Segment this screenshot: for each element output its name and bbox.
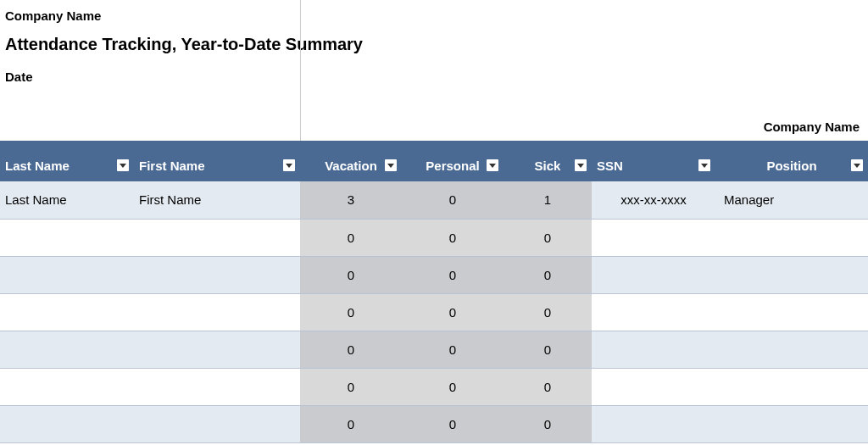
table-row: 000 [0,331,868,368]
cell-first-name[interactable]: First Name [134,181,300,219]
cell-ssn[interactable] [592,331,715,368]
cell-sick[interactable]: 0 [504,331,592,368]
col-label: Last Name [5,159,70,173]
cell-last-name[interactable]: Last Name [0,181,134,219]
table-row: 000 [0,405,868,442]
cell-position[interactable]: Manager [715,181,868,219]
date-label: Date [5,70,863,84]
cell-personal[interactable]: 0 [402,181,504,219]
cell-sick[interactable]: 0 [504,368,592,405]
cell-vacation[interactable]: 0 [300,293,402,331]
table-row: 000 [0,219,868,256]
cell-first-name[interactable] [134,219,300,256]
cell-sick[interactable]: 0 [504,256,592,293]
cell-position[interactable] [715,256,868,293]
col-vacation[interactable]: Vacation [300,141,402,181]
cell-vacation[interactable]: 0 [300,256,402,293]
cell-vacation[interactable]: 3 [300,181,402,219]
filter-dropdown-icon[interactable] [283,159,295,171]
cell-position[interactable] [715,219,868,256]
col-sick[interactable]: Sick [504,141,592,181]
cell-last-name[interactable] [0,331,134,368]
cell-last-name[interactable] [0,256,134,293]
filter-dropdown-icon[interactable] [851,159,863,171]
cell-personal[interactable]: 0 [402,293,504,331]
col-position[interactable]: Position [715,141,868,181]
cell-sick[interactable]: 0 [504,219,592,256]
filter-dropdown-icon[interactable] [487,159,498,171]
cell-ssn[interactable]: xxx-xx-xxxx [592,181,715,219]
cell-vacation[interactable]: 0 [300,219,402,256]
cell-last-name[interactable] [0,368,134,405]
table-row: 000 [0,368,868,405]
table-row: Last NameFirst Name301xxx-xx-xxxxManager [0,181,868,219]
cell-position[interactable] [715,368,868,405]
cell-first-name[interactable] [134,256,300,293]
col-label: Personal [426,159,479,173]
cell-personal[interactable]: 0 [402,331,504,368]
cell-first-name[interactable] [134,293,300,331]
cell-sick[interactable]: 0 [504,293,592,331]
report-title: Attendance Tracking, Year-to-Date Summar… [5,35,863,54]
col-personal[interactable]: Personal [402,141,504,181]
cell-sick[interactable]: 0 [504,405,592,442]
cell-position[interactable] [715,331,868,368]
col-label: Position [766,159,816,173]
col-label: Sick [535,159,561,173]
cell-ssn[interactable] [592,293,715,331]
cell-position[interactable] [715,293,868,331]
table-row: 000 [0,256,868,293]
cell-personal[interactable]: 0 [402,219,504,256]
cell-ssn[interactable] [592,405,715,442]
col-label: First Name [139,159,205,173]
cell-vacation[interactable]: 0 [300,331,402,368]
cell-ssn[interactable] [592,219,715,256]
table-header-row: Last Name First Name Vacation Personal S… [0,141,868,181]
cell-vacation[interactable]: 0 [300,405,402,442]
company-name-top: Company Name [5,8,863,23]
col-label: SSN [597,159,623,173]
filter-dropdown-icon[interactable] [117,159,129,171]
report-header: Company Name Attendance Tracking, Year-t… [0,0,868,141]
filter-dropdown-icon[interactable] [575,159,587,171]
cell-ssn[interactable] [592,256,715,293]
cell-first-name[interactable] [134,368,300,405]
cell-last-name[interactable] [0,293,134,331]
filter-dropdown-icon[interactable] [385,159,397,171]
cell-personal[interactable]: 0 [402,368,504,405]
col-last-name[interactable]: Last Name [0,141,134,181]
table-row: 000 [0,293,868,331]
cell-first-name[interactable] [134,331,300,368]
col-label: Vacation [325,159,377,173]
vertical-divider [300,0,301,141]
cell-personal[interactable]: 0 [402,405,504,442]
cell-last-name[interactable] [0,405,134,442]
cell-sick[interactable]: 1 [504,181,592,219]
cell-personal[interactable]: 0 [402,256,504,293]
cell-position[interactable] [715,405,868,442]
cell-last-name[interactable] [0,219,134,256]
cell-first-name[interactable] [134,405,300,442]
cell-vacation[interactable]: 0 [300,368,402,405]
company-name-right: Company Name [764,120,860,134]
cell-ssn[interactable] [592,368,715,405]
attendance-table: Last Name First Name Vacation Personal S… [0,141,868,443]
filter-dropdown-icon[interactable] [698,159,710,171]
col-first-name[interactable]: First Name [134,141,300,181]
col-ssn[interactable]: SSN [592,141,715,181]
